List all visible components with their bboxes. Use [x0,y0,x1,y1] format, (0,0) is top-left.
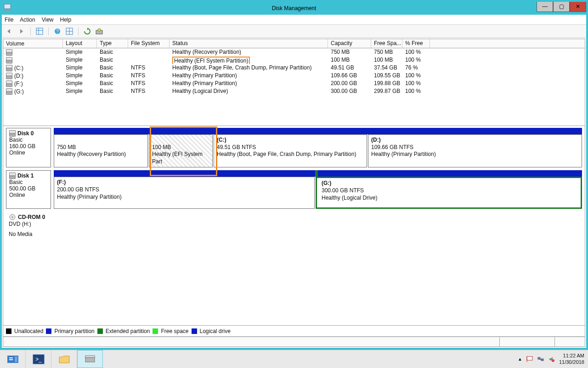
window-title: Disk Management [272,5,317,12]
disk0-part-d[interactable]: (D:) 109.66 GB NTFS Healthy (Primary Par… [368,134,582,167]
svg-rect-0 [4,4,11,9]
svg-rect-22 [527,356,532,360]
volume-row[interactable]: SimpleBasicHealthy (Recovery Partition)7… [3,48,585,56]
cdrom-title: CD-ROM 0 [18,214,45,220]
volume-list[interactable]: Volume Layout Type File System Status Ca… [3,39,585,126]
menu-action[interactable]: Action [20,17,35,23]
drive-icon [6,49,12,56]
forward-button[interactable] [17,26,27,36]
menu-file[interactable]: File [5,17,13,23]
close-button[interactable]: ✕ [570,2,586,12]
disk0-size: 160.00 GB [9,143,48,150]
grid-icon[interactable] [64,26,74,36]
disk-icon [9,172,16,179]
legend: Unallocated Primary partition Extended p… [3,326,585,337]
volume-row[interactable]: (C:)SimpleBasicNTFSHealthy (Boot, Page F… [3,64,585,72]
svg-text:>_: >_ [35,356,42,362]
toolbar: ? [2,25,586,38]
app-icon [4,4,11,11]
task-powershell[interactable]: >_ [26,350,51,368]
swatch-extended [97,328,103,334]
svg-text:?: ? [56,29,59,34]
disk1-stripe [54,170,582,177]
disk-row-1[interactable]: Disk 1 Basic 500.00 GB Online (F:) 200.0… [6,170,582,209]
column-pctfree[interactable]: % Free [402,39,430,48]
column-volume[interactable]: Volume [3,39,63,48]
settings-icon[interactable] [94,26,104,36]
svg-rect-21 [85,356,95,357]
disk0-part-recovery[interactable]: 750 MB Healthy (Recovery Partition) [54,134,148,167]
maximize-button[interactable]: ▢ [553,2,570,12]
column-capacity[interactable]: Capacity [328,39,371,48]
drive-icon [6,88,12,95]
svg-rect-16 [9,359,13,360]
disk0-track: 750 MB Healthy (Recovery Partition) 100 … [54,128,582,167]
tray-network-icon[interactable] [537,356,544,363]
refresh-icon[interactable] [82,26,92,36]
volume-row[interactable]: SimpleBasicHealthy (EFI System Partition… [3,56,585,64]
volume-name: (D:) [14,73,23,79]
disk-row-cdrom[interactable]: CD-ROM 0 DVD (H:) No Media [6,212,582,244]
column-free[interactable]: Free Spa... [371,39,402,48]
disk1-part-f[interactable]: (F:) 200.00 GB NTFS Healthy (Primary Par… [54,177,315,209]
column-filesystem[interactable]: File System [128,39,170,48]
menubar: File Action View Help [2,15,586,25]
volume-name: (G:) [14,88,24,95]
svg-rect-20 [85,357,95,362]
svg-rect-15 [9,357,13,358]
disk1-part-g[interactable]: (G:) 300.00 GB NTFS Healthy (Logical Dri… [316,177,582,209]
svg-rect-1 [5,9,10,11]
cdrom-icon [9,213,16,221]
disk0-info: Disk 0 Basic 160.00 GB Online [6,128,51,167]
start-button[interactable] [0,350,26,368]
system-clock[interactable]: 11:22 AM 11/30/2018 [559,353,584,365]
back-button[interactable] [5,26,15,36]
disk0-title: Disk 0 [17,130,34,137]
column-type[interactable]: Type [97,39,128,48]
disk-icon [9,130,16,137]
disk0-type: Basic [9,137,48,143]
help-icon[interactable]: ? [52,26,62,36]
volume-name: (C:) [14,65,23,71]
swatch-unallocated [6,328,11,334]
disk-row-0[interactable]: Disk 0 Basic 160.00 GB Online 750 MB Hea… [6,128,582,167]
titlebar[interactable]: Disk Management — ▢ ✕ [2,2,586,15]
swatch-primary [46,328,51,334]
volume-header-row: Volume Layout Type File System Status Ca… [3,39,585,48]
view-list-icon[interactable] [34,26,45,36]
svg-point-11 [98,29,101,31]
taskbar[interactable]: >_ ▲ 11:22 AM 11/30/2018 [0,350,588,368]
svg-rect-2 [36,28,43,34]
svg-rect-17 [15,356,17,362]
disk1-title: Disk 1 [17,172,34,179]
menu-help[interactable]: Help [60,17,72,23]
menu-view[interactable]: View [42,17,54,23]
drive-icon [6,57,12,63]
tray-expand-icon[interactable]: ▲ [518,356,522,362]
swatch-free [153,328,158,334]
disk0-state: Online [9,150,48,156]
graphical-view[interactable]: Disk 0 Basic 160.00 GB Online 750 MB Hea… [3,126,585,326]
content-area: Volume Layout Type File System Status Ca… [2,38,586,348]
app-window: Disk Management — ▢ ✕ File Action View H… [0,0,588,350]
clock-date: 11/30/2018 [559,359,584,365]
volume-row[interactable]: (D:)SimpleBasicNTFSHealthy (Primary Part… [3,72,585,80]
svg-point-27 [552,359,554,362]
column-layout[interactable]: Layout [63,39,97,48]
task-diskmgmt[interactable] [77,350,103,368]
tray-flag-icon[interactable] [526,356,533,363]
tray-volume-icon[interactable] [548,356,555,363]
disk0-stripe [54,128,582,134]
volume-row[interactable]: (G:)SimpleBasicNTFSHealthy (Logical Driv… [3,87,585,95]
task-explorer[interactable] [51,350,77,368]
disk0-part-c[interactable]: (C:) 49.51 GB NTFS Healthy (Boot, Page F… [214,134,367,167]
disk0-part-efi[interactable]: 100 MB Healthy (EFI System Part [149,134,213,167]
disk1-info: Disk 1 Basic 500.00 GB Online [6,170,51,209]
statusbar [3,337,585,347]
volume-row[interactable]: (F:)SimpleBasicNTFSHealthy (Primary Part… [3,80,585,87]
minimize-button[interactable]: — [537,2,553,12]
drive-icon [6,65,12,71]
svg-rect-24 [538,357,540,359]
column-status[interactable]: Status [170,39,328,48]
svg-point-13 [12,217,13,218]
